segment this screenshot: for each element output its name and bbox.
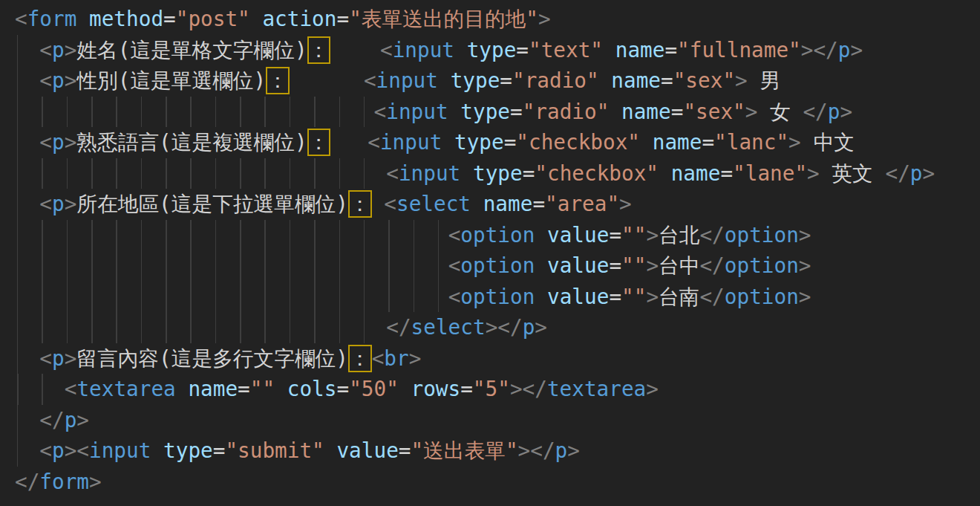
code-token: [275, 377, 287, 401]
code-token: "submit": [225, 438, 324, 463]
code-token: >: [510, 377, 523, 401]
code-token: <: [374, 100, 387, 124]
code-token: </: [39, 408, 64, 432]
code-token: >: [409, 346, 422, 371]
code-line: </p>: [15, 405, 980, 436]
indent-guides: [15, 435, 39, 467]
code-token: 英文: [820, 161, 886, 186]
code-token: [599, 68, 612, 93]
code-token: input: [376, 68, 438, 93]
code-token: "": [621, 253, 646, 278]
code-token: [330, 38, 380, 62]
code-token: option: [725, 285, 799, 309]
indent-guides: [15, 282, 448, 313]
code-token: <: [65, 377, 77, 401]
code-token: 女: [757, 100, 803, 124]
code-token: <: [39, 438, 52, 463]
code-token: type: [460, 100, 510, 124]
code-token: >: [567, 438, 580, 463]
code-token: [151, 438, 163, 463]
code-token: option: [460, 253, 535, 278]
code-token: input: [380, 130, 442, 155]
code-token: >: [65, 346, 77, 371]
code-token: =: [609, 253, 621, 278]
code-editor[interactable]: <form method="post" action="表單送出的目的地"><p…: [0, 0, 980, 506]
code-token: action: [262, 7, 336, 31]
code-token: "sex": [673, 68, 735, 93]
code-token: "5": [473, 377, 510, 401]
code-token: p: [910, 161, 923, 186]
code-token: =: [510, 100, 523, 124]
code-token: "checkbox": [516, 130, 640, 155]
code-line: <p>留言內容(這是多行文字欄位)：<br>: [15, 343, 980, 374]
code-token: name: [621, 100, 671, 124]
code-token: type: [163, 438, 213, 463]
code-token: <: [380, 38, 393, 62]
code-token: "post": [176, 7, 250, 31]
code-token: "sex": [683, 100, 745, 124]
code-token: =: [671, 100, 684, 124]
code-token: <: [39, 346, 52, 371]
code-token: [535, 253, 547, 278]
code-token: p: [65, 408, 77, 432]
code-token: >: [923, 161, 935, 186]
code-token: [454, 38, 467, 62]
code-token: [399, 377, 411, 401]
code-token: p: [523, 315, 535, 340]
code-token: name: [188, 377, 238, 401]
code-token: 台北: [659, 223, 699, 247]
code-token: =: [500, 68, 512, 93]
code-token: >: [65, 438, 77, 463]
code-token: option: [460, 285, 535, 309]
code-token: value: [336, 438, 398, 463]
code-token: <: [448, 223, 461, 247]
code-token: [442, 130, 454, 155]
code-token: p: [52, 192, 65, 216]
code-token: 熟悉語言(這是複選欄位): [76, 130, 307, 155]
code-token: input: [386, 100, 448, 124]
code-token: p: [52, 438, 65, 463]
code-token: >: [646, 253, 659, 278]
code-token: <: [39, 38, 52, 62]
code-token: >: [799, 253, 811, 278]
code-token: >: [619, 192, 632, 216]
code-token: </: [885, 161, 909, 186]
code-token: <: [39, 192, 52, 216]
code-token: [324, 438, 337, 463]
indent-guides: [15, 65, 39, 97]
code-token: "送出表單": [411, 438, 517, 463]
code-token: <: [368, 130, 380, 155]
code-token: value: [547, 223, 609, 247]
code-token: =: [336, 7, 349, 31]
code-token: textarea: [547, 377, 646, 401]
code-token: >: [646, 223, 659, 247]
code-line: <p>性別(這是單選欄位)： <input type="radio" name=…: [15, 65, 980, 97]
code-token: >: [807, 161, 820, 186]
code-token: "area": [545, 192, 619, 216]
code-token: "50": [349, 377, 399, 401]
code-token: <: [39, 130, 52, 155]
indent-guides: [15, 35, 39, 66]
code-token: </: [699, 223, 724, 247]
code-token: 中文: [801, 130, 855, 155]
code-token: type: [454, 130, 504, 155]
code-token: <: [448, 253, 461, 278]
indent-guides: [15, 189, 39, 220]
indent-guides: [15, 250, 448, 282]
code-line: <p><input type="submit" value="送出表單"></p…: [15, 435, 980, 467]
code-token: >: [799, 285, 811, 309]
code-token: "radio": [512, 68, 599, 93]
code-token: >: [646, 285, 659, 309]
code-token: =: [399, 438, 411, 463]
code-token: 台南: [659, 285, 699, 309]
code-token: >: [89, 470, 102, 494]
code-token: 台中: [659, 253, 699, 278]
code-line: <p>所在地區(這是下拉選單欄位)： <select name="area">: [15, 189, 980, 220]
code-token: =: [516, 38, 529, 62]
code-token: name: [483, 192, 533, 216]
code-token: >: [518, 438, 531, 463]
code-token: "": [621, 285, 646, 309]
code-token: br: [384, 346, 408, 371]
code-token: [640, 130, 653, 155]
unicode-highlight-box: ：: [307, 36, 331, 64]
